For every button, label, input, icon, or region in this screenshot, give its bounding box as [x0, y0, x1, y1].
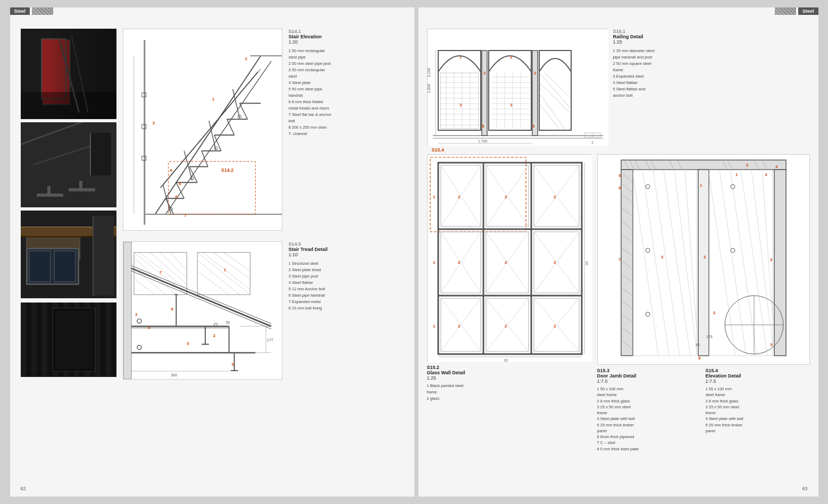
- s15-3-caption: S15.3 Door Jamb Detail 1:7.5 1 50 x 100 …: [597, 368, 701, 452]
- svg-text:2: 2: [746, 163, 749, 167]
- left-tab-hash: [32, 7, 53, 15]
- svg-text:1: 1: [433, 195, 436, 199]
- svg-text:3: 3: [770, 342, 773, 347]
- svg-text:1: 1: [591, 140, 593, 144]
- photos-column: [21, 29, 116, 486]
- svg-text:2: 2: [510, 55, 513, 60]
- glass-wall-section: S15.4: [427, 154, 592, 402]
- svg-text:5: 5: [666, 361, 669, 362]
- svg-text:9: 9: [231, 362, 234, 367]
- svg-text:1: 1: [700, 183, 702, 188]
- s15-1-legend: S15.1 Railing Detail 1:25 1 35 mm diamet…: [613, 29, 698, 99]
- svg-text:7: 7: [618, 257, 621, 262]
- photo-1: [21, 29, 116, 119]
- svg-text:2: 2: [505, 324, 507, 329]
- left-page-number: 62: [21, 486, 26, 491]
- svg-text:7: 7: [159, 270, 162, 275]
- svg-text:1: 1: [433, 324, 436, 329]
- svg-rect-127: [532, 51, 538, 136]
- svg-text:1: 1: [433, 260, 436, 265]
- s15-2-caption: S15.2 Glass Wall Detail 1:25 1 Black pai…: [427, 365, 592, 402]
- svg-text:2: 2: [505, 260, 507, 265]
- svg-text:2: 2: [458, 195, 461, 199]
- svg-text:2: 2: [770, 257, 773, 262]
- photo-2: [21, 122, 116, 207]
- svg-text:6: 6: [170, 168, 172, 173]
- svg-rect-61: [123, 242, 131, 379]
- svg-rect-229: [698, 170, 709, 356]
- svg-text:2: 2: [713, 310, 716, 315]
- svg-rect-112: [482, 51, 487, 136]
- photo-3: [21, 211, 116, 298]
- svg-text:2: 2: [483, 71, 486, 75]
- svg-rect-44: [123, 242, 282, 379]
- svg-text:5: 5: [532, 124, 535, 129]
- svg-text:1: 1: [459, 55, 462, 60]
- door-jamb-drawing: 4 3 2 1 5 6 7 8 2 2 45 175 2 3: [597, 154, 810, 365]
- svg-text:2: 2: [661, 255, 664, 259]
- svg-text:3: 3: [765, 172, 767, 177]
- svg-text:6: 6: [171, 307, 173, 312]
- svg-text:2: 2: [554, 195, 556, 199]
- svg-text:4: 4: [147, 325, 150, 330]
- svg-text:5: 5: [618, 173, 621, 178]
- svg-text:2.100: 2.100: [428, 68, 431, 77]
- railing-drawing: 1 2 3 3 5 5 2 2 1.700 1.600 2.100: [427, 29, 608, 146]
- svg-text:5: 5: [482, 124, 484, 129]
- svg-text:2: 2: [704, 255, 706, 259]
- svg-text:4: 4: [775, 164, 778, 169]
- svg-text:2: 2: [554, 324, 556, 329]
- svg-text:3: 3: [152, 121, 155, 125]
- svg-text:1: 1: [735, 172, 738, 177]
- s14-1-legend: S14.1 Stair Elevation 1:20 1 50 mm recta…: [289, 29, 353, 137]
- bottom-drawings-row: S15.4: [427, 154, 810, 486]
- right-page-tab: Steel: [775, 7, 818, 15]
- svg-text:8: 8: [179, 181, 181, 186]
- svg-text:2: 2: [554, 260, 556, 265]
- svg-text:2: 2: [505, 195, 507, 199]
- right-tab-hash: [775, 7, 796, 15]
- svg-text:300: 300: [171, 373, 177, 377]
- svg-rect-213: [621, 170, 633, 356]
- door-jamb-section: 4 3 2 1 5 6 7 8 2 2 45 175 2 3: [597, 154, 810, 452]
- glass-wall-drawing: S15.4: [427, 154, 592, 362]
- right-tab-label: Steel: [798, 7, 818, 15]
- svg-text:1.600: 1.600: [428, 83, 431, 93]
- drawings-column: 3 6 6 8 7 1 2 S14.2 S14.1 Stair: [123, 29, 404, 486]
- right-page-number: 63: [802, 486, 807, 491]
- svg-text:177: 177: [267, 338, 273, 342]
- photo-4: [21, 303, 116, 377]
- left-tab-label: Steel: [10, 7, 30, 15]
- s14-5-legend: S14.5 Stair Tread Detail 1:10 1 Structur…: [289, 241, 353, 312]
- svg-text:3: 3: [510, 103, 513, 107]
- svg-text:2: 2: [458, 324, 461, 329]
- svg-text:2: 2: [245, 56, 247, 61]
- svg-text:1: 1: [223, 267, 226, 272]
- svg-text:2: 2: [534, 71, 537, 75]
- svg-text:45: 45: [696, 343, 700, 347]
- svg-text:7: 7: [184, 213, 187, 218]
- svg-text:S14.2: S14.2: [221, 167, 233, 173]
- svg-text:50: 50: [225, 321, 230, 324]
- svg-text:6: 6: [175, 195, 178, 199]
- svg-text:2: 2: [213, 333, 215, 338]
- svg-text:175: 175: [706, 335, 713, 339]
- svg-text:8: 8: [698, 356, 701, 360]
- s15-4-caption: S15.4 Elevation Detail 1:7.5 1 50 x 100 …: [706, 368, 810, 452]
- right-page: Steel: [419, 7, 818, 497]
- svg-text:6: 6: [618, 186, 621, 190]
- svg-text:1: 1: [754, 361, 757, 362]
- left-page: Steel: [10, 7, 414, 497]
- svg-text:3: 3: [135, 312, 137, 317]
- svg-text:3: 3: [459, 103, 462, 107]
- svg-text:1.700: 1.700: [478, 139, 488, 143]
- svg-text:10: 10: [585, 261, 589, 265]
- bottom-captions: S15.3 Door Jamb Detail 1:7.5 1 50 x 100 …: [597, 368, 810, 452]
- top-drawings-row: 1 2 3 3 5 5 2 2 1.700 1.600 2.100: [427, 29, 810, 146]
- svg-text:1: 1: [212, 97, 214, 102]
- svg-text:5: 5: [187, 341, 189, 346]
- stair-tread-drawing: 177 300 7 1 3 6 2 5 4 9 50: [123, 241, 282, 380]
- svg-text:10: 10: [504, 358, 508, 362]
- stair-elevation-drawing: 3 6 6 8 7 1 2 S14.2: [123, 29, 282, 231]
- left-page-tab: Steel: [10, 7, 54, 15]
